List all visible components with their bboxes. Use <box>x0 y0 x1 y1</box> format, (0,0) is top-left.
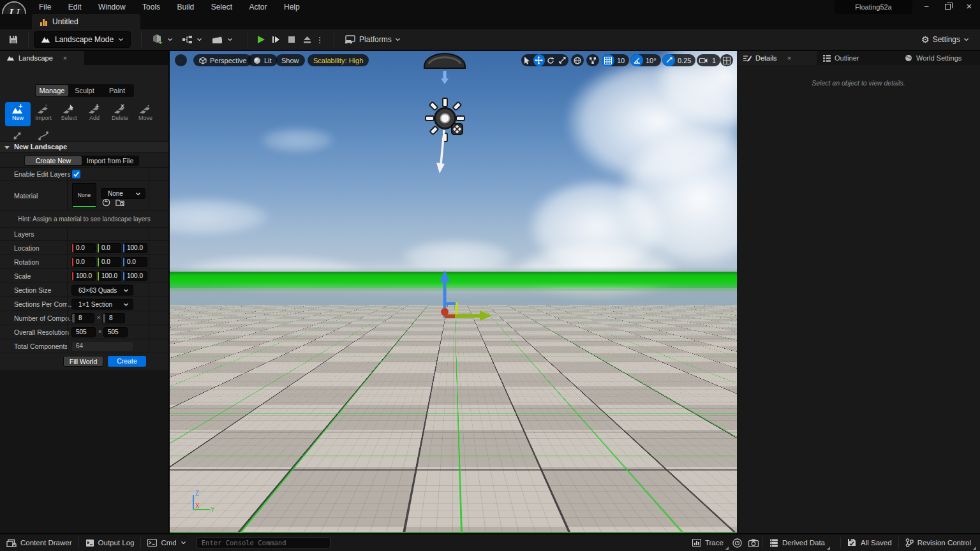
material-thumbnail[interactable]: None <box>72 183 96 208</box>
select-tool-icon[interactable] <box>521 54 533 66</box>
add-actor-button[interactable]: + <box>147 31 177 48</box>
insights-status-icon[interactable] <box>730 534 745 551</box>
level-viewport[interactable]: Perspective Lit Show Scalability: High 1… <box>170 51 737 533</box>
enable-edit-layers-checkbox[interactable] <box>72 170 80 178</box>
components-y-field[interactable]: 8 <box>102 313 125 323</box>
play-options-kebab-icon[interactable]: ⋮ <box>315 32 325 47</box>
directional-light-icon[interactable] <box>420 96 471 175</box>
tab-manage[interactable]: Manage <box>36 85 68 96</box>
perspective-cube-icon <box>199 57 207 64</box>
lit-dropdown[interactable]: Lit <box>248 54 278 66</box>
close-details-tab-icon[interactable]: × <box>787 54 791 62</box>
tool-add[interactable]: + Add <box>82 102 107 126</box>
grid-snap-icon[interactable] <box>602 54 614 66</box>
transform-gizmo[interactable] <box>425 270 495 321</box>
grid-snap-control[interactable]: 10 <box>602 54 629 66</box>
tab-sculpt[interactable]: Sculpt <box>68 85 101 96</box>
create-button[interactable]: Create <box>108 356 146 367</box>
viewport-options-menu[interactable] <box>175 54 187 66</box>
rotate-tool-icon[interactable] <box>545 54 557 66</box>
browse-asset-icon[interactable] <box>115 198 124 207</box>
scale-z-field[interactable]: 100.0 <box>122 271 147 281</box>
menu-help[interactable]: Help <box>277 0 307 14</box>
eject-button[interactable] <box>299 32 315 47</box>
menu-build[interactable]: Build <box>170 0 202 14</box>
revision-control-button[interactable]: Revision Control <box>899 534 977 551</box>
stop-button[interactable] <box>284 32 299 47</box>
show-dropdown[interactable]: Show <box>276 54 305 66</box>
menu-select[interactable]: Select <box>204 0 239 14</box>
tab-world-settings[interactable]: World Settings <box>898 51 980 65</box>
tab-import-from-file[interactable]: Import from File <box>82 156 138 165</box>
sky-atmosphere-icon[interactable] <box>422 51 467 84</box>
menu-tools[interactable]: Tools <box>135 0 167 14</box>
rotation-x-field[interactable]: 0.0 <box>71 257 96 267</box>
tab-paint[interactable]: Paint <box>101 85 133 96</box>
world-local-toggle[interactable] <box>571 54 584 66</box>
close-icon[interactable]: × <box>960 0 979 14</box>
row-rotation: Rotation 0.0 0.0 0.0 <box>0 255 168 269</box>
scalability-warning-button[interactable]: Scalability: High <box>308 54 369 66</box>
move-tool-icon[interactable] <box>533 54 546 66</box>
material-dropdown[interactable]: None <box>101 188 145 199</box>
play-button[interactable] <box>253 32 269 47</box>
tool-new[interactable]: + New <box>5 102 31 126</box>
menu-file[interactable]: File <box>32 0 58 14</box>
output-log-button[interactable]: Output Log <box>79 534 141 551</box>
trace-button[interactable]: Trace <box>686 534 730 551</box>
location-y-field[interactable]: 0.0 <box>97 243 121 253</box>
save-button[interactable] <box>4 32 23 47</box>
components-x-field[interactable]: 8 <box>71 313 94 323</box>
cinematics-button[interactable] <box>207 32 237 47</box>
scale-tool-icon[interactable] <box>557 54 569 66</box>
tool-import[interactable]: ↑ Import <box>31 102 56 126</box>
section-size-dropdown[interactable]: 63×63 Quads <box>71 284 133 295</box>
resolution-x-field[interactable]: 505 <box>71 327 96 337</box>
tab-details[interactable]: Details × <box>737 51 817 65</box>
close-landscape-tab-icon[interactable]: × <box>63 54 67 62</box>
unreal-editor-window: File Edit Window Tools Build Select Acto… <box>0 0 980 551</box>
mode-selector-dropdown[interactable]: Landscape Mode <box>34 31 131 48</box>
camera-speed-control[interactable]: 1 <box>697 54 720 66</box>
resolution-y-field[interactable]: 505 <box>103 327 128 337</box>
fill-world-button[interactable]: Fill World <box>63 356 103 367</box>
derived-data-button[interactable]: Derived Data <box>763 534 831 551</box>
location-x-field[interactable]: 0.0 <box>71 243 96 253</box>
settings-dropdown[interactable]: ⚙ Settings <box>917 32 974 47</box>
use-selected-asset-icon[interactable] <box>102 198 110 207</box>
scale-y-field[interactable]: 100.0 <box>97 271 121 281</box>
all-saved-button[interactable]: All Saved <box>841 534 898 551</box>
section-new-landscape[interactable]: New Landscape <box>0 141 168 152</box>
tool-move[interactable]: ↑ Move <box>133 102 158 126</box>
menu-edit[interactable]: Edit <box>61 0 89 14</box>
tab-outliner[interactable]: Outliner <box>817 51 898 65</box>
screenshot-icon[interactable] <box>745 534 762 551</box>
tab-landscape[interactable]: Landscape × <box>0 51 84 65</box>
content-drawer-button[interactable]: Content Drawer <box>0 534 78 551</box>
scale-x-field[interactable]: 100.0 <box>71 271 96 281</box>
tool-select[interactable]: Select <box>56 102 82 126</box>
tab-untitled[interactable]: Untitled <box>32 14 140 29</box>
tool-delete[interactable]: × Delete <box>107 102 133 126</box>
console-command-input[interactable] <box>197 537 330 548</box>
quad-view-toggle[interactable] <box>720 54 733 66</box>
scale-snap-icon[interactable] <box>662 54 675 66</box>
tab-create-new[interactable]: Create New <box>25 156 82 165</box>
restore-icon[interactable] <box>938 0 957 14</box>
cmd-dropdown[interactable]: Cmd <box>141 534 192 551</box>
menu-window[interactable]: Window <box>91 0 133 14</box>
minimize-button[interactable]: – <box>917 0 936 14</box>
angle-snap-icon[interactable] <box>630 54 643 66</box>
platforms-dropdown[interactable]: Platforms <box>339 33 405 47</box>
surface-snapping-button[interactable] <box>586 54 599 66</box>
rotation-snap-control[interactable]: 10° <box>630 54 661 66</box>
perspective-dropdown[interactable]: Perspective <box>193 54 252 66</box>
menu-actor[interactable]: Actor <box>242 0 274 14</box>
scale-snap-control[interactable]: 0.25 <box>662 54 695 66</box>
blueprints-button[interactable] <box>177 32 207 47</box>
location-z-field[interactable]: 100.0 <box>122 243 147 253</box>
rotation-y-field[interactable]: 0.0 <box>97 257 121 267</box>
sections-per-component-dropdown[interactable]: 1×1 Section <box>71 298 133 309</box>
frame-skip-button[interactable] <box>269 32 284 47</box>
rotation-z-field[interactable]: 0.0 <box>122 257 147 267</box>
